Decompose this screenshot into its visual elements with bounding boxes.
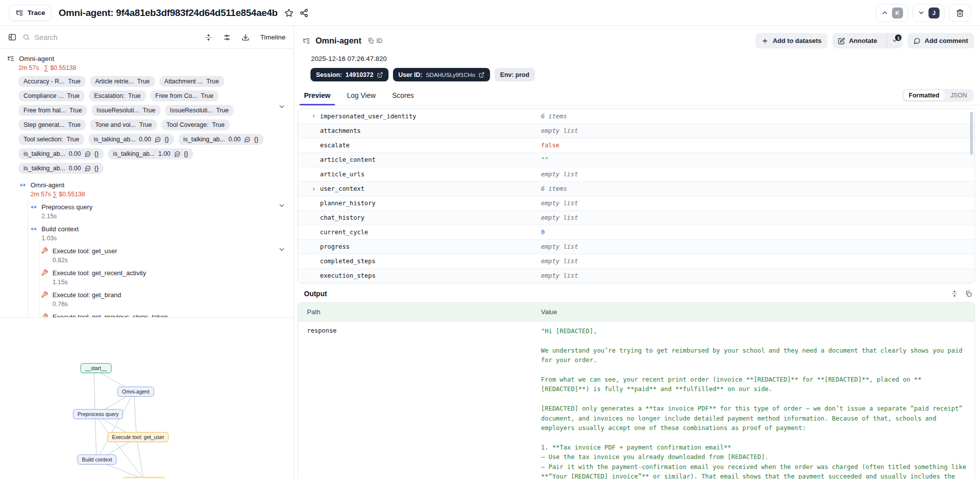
state-row[interactable]: escalatefalse — [298, 138, 974, 152]
graph-node-Execute tool: get_user[interactable]: Execute tool: get_user — [108, 432, 168, 442]
score-badge[interactable]: Compliance ...True — [18, 90, 84, 101]
score-badge[interactable]: Accuracy - R...True — [18, 76, 86, 87]
copy-output-icon[interactable] — [965, 290, 972, 297]
download-icon[interactable] — [242, 33, 250, 41]
span-tree-row[interactable]: Execute tool: get_previous_steps_taken1.… — [7, 313, 286, 318]
annotate-dropdown-button[interactable]: 1 — [886, 33, 902, 48]
span-tree-row[interactable]: Preprocess query2.15s — [7, 203, 286, 220]
score-badge-metadata: {} — [94, 165, 98, 172]
collapse-scores-chevron-icon[interactable] — [278, 103, 286, 110]
score-badge-label: is_talking_ab... — [94, 136, 135, 143]
user-id-badge[interactable]: User ID: SDAHUSLy9f1CHo — [393, 68, 490, 81]
format-toggle-json[interactable]: JSON — [945, 90, 972, 100]
graph-node-partial[interactable] — [123, 477, 165, 479]
score-badge[interactable]: Tool selection:True — [18, 134, 84, 145]
state-row[interactable]: progressempty list — [298, 239, 974, 254]
score-badge[interactable]: Escalation:True — [89, 90, 146, 101]
score-badge[interactable]: Attachment ...True — [160, 76, 224, 87]
state-row[interactable]: completed_stepsempty list — [298, 254, 974, 268]
timeline-toggle[interactable]: Timeline — [260, 33, 286, 41]
state-row[interactable]: article_urlsempty list — [298, 167, 974, 181]
tab-log-view[interactable]: Log View — [346, 91, 377, 105]
collapse-build-context-chevron-icon[interactable] — [278, 246, 286, 253]
external-link-icon — [377, 72, 383, 78]
score-badge[interactable]: IssueResoluti...True — [165, 105, 234, 116]
add-to-datasets-button[interactable]: Add to datasets — [756, 33, 828, 48]
tab-scores[interactable]: Scores — [390, 91, 416, 105]
score-badge[interactable]: Free from hal...True — [18, 105, 87, 116]
sidebar-toolbar: Timeline — [0, 26, 294, 49]
shortcut-j-key: J — [928, 7, 940, 18]
graph-node-__start__[interactable]: __start__ — [80, 363, 112, 373]
score-badge[interactable]: is_talking_ab...0.00{} — [88, 134, 174, 145]
score-badge-label: Tool selection: — [24, 136, 63, 143]
delete-trace-button[interactable] — [949, 4, 971, 22]
score-badge-label: Free from Co... — [156, 92, 198, 99]
trace-breadcrumb[interactable]: Trace — [9, 4, 52, 21]
format-toggle-formatted[interactable]: Formatted — [904, 90, 945, 100]
score-badge[interactable]: Tool Coverage:True — [162, 119, 230, 130]
id-label: ID — [376, 37, 382, 44]
score-badge[interactable]: is_talking_ab...1.00{} — [108, 148, 193, 159]
state-key-text: impersonated_user_identity — [320, 113, 416, 120]
state-row[interactable]: planner_historyempty list — [298, 196, 974, 210]
fold-tree-icon[interactable] — [204, 33, 212, 41]
star-icon[interactable] — [284, 8, 294, 17]
state-row[interactable]: current_cycle0 — [298, 225, 974, 239]
search-input[interactable] — [34, 33, 124, 41]
collapse-agent-chevron-icon[interactable] — [278, 202, 286, 209]
next-trace-button[interactable]: J — [912, 4, 944, 22]
span-tree-row[interactable]: Execute tool: get_brand0.76s — [7, 291, 286, 308]
tab-preview[interactable]: Preview — [302, 91, 332, 105]
share-icon[interactable] — [300, 8, 308, 17]
table-scrollbar[interactable] — [970, 112, 973, 155]
span-tree-row[interactable]: Execute tool: get_user0.82s — [7, 247, 286, 264]
span-duration: 1.15s — [52, 278, 146, 286]
score-badge[interactable]: is_talking_ab...0.00{} — [178, 134, 264, 145]
expand-chevron-icon[interactable] — [312, 187, 316, 191]
score-badge[interactable]: Step generat...True — [18, 119, 86, 130]
state-row[interactable]: article_content"" — [298, 152, 974, 167]
score-badge-label: IssueResoluti... — [170, 107, 212, 114]
score-badge[interactable]: is_talking_ab...0.00{} — [18, 148, 104, 159]
graph-node-Omni-agent[interactable]: Omni-agent — [118, 387, 154, 397]
expand-output-icon[interactable] — [951, 290, 958, 297]
state-key: attachments — [298, 127, 541, 134]
add-comment-button[interactable]: Add comment — [908, 33, 974, 48]
score-badge[interactable]: IssueResoluti...True — [92, 105, 160, 116]
score-badge[interactable]: Free from Co...True — [150, 90, 218, 101]
span-duration: 2m 57s ∑ $0.55138 — [30, 190, 85, 198]
state-key: planner_history — [298, 200, 541, 207]
span-name: Execute tool: get_recent_activity — [52, 269, 146, 277]
trace-root-row[interactable]: Omni-agent — [7, 55, 286, 62]
state-key-text: progress — [320, 243, 350, 250]
graph-edges — [0, 350, 294, 479]
span-tree-row[interactable]: Execute tool: get_recent_activity1.15s — [7, 269, 286, 286]
session-badge[interactable]: Session: 14910372 — [310, 68, 388, 81]
graph-node-Build context[interactable]: Build context — [78, 455, 116, 465]
score-badge-value: True — [128, 92, 140, 99]
state-row[interactable]: attachmentsempty list — [298, 123, 974, 138]
state-row[interactable]: user_context6 items — [298, 181, 974, 196]
state-value: "" — [541, 156, 974, 163]
graph-node-Preprocess query[interactable]: Preprocess query — [73, 409, 123, 419]
annotate-button[interactable]: Annotate — [832, 33, 882, 48]
state-row[interactable]: impersonated_user_identity6 items — [298, 109, 974, 123]
score-badge[interactable]: is_talking_ab...0.00{} — [18, 163, 104, 174]
span-duration: 1.03s — [42, 234, 78, 242]
span-duration: 0.82s — [52, 256, 117, 264]
score-badge[interactable]: Tone and voi...True — [90, 119, 157, 130]
span-tree-row[interactable]: Omni-agent2m 57s ∑ $0.55138 — [7, 181, 286, 198]
state-row[interactable]: execution_stepsempty list — [298, 268, 974, 283]
collapse-panel-icon[interactable] — [8, 33, 16, 41]
copy-id-button[interactable]: ID — [368, 37, 382, 44]
view-settings-icon[interactable] — [223, 33, 231, 41]
state-row[interactable]: chat_historyempty list — [298, 210, 974, 225]
state-key-text: article_urls — [320, 171, 364, 178]
prev-trace-button[interactable]: K — [876, 4, 908, 22]
span-tree-row[interactable]: Build context1.03s — [7, 225, 286, 242]
score-badge[interactable]: Article retrie...True — [90, 76, 154, 87]
state-key: execution_steps — [298, 272, 541, 279]
expand-chevron-icon[interactable] — [312, 114, 316, 118]
score-badge-value: True — [137, 78, 150, 85]
